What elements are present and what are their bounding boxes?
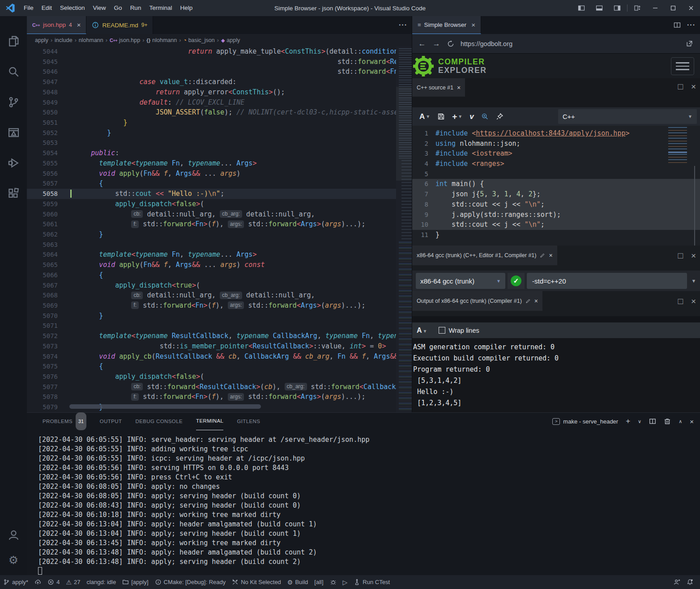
code-line[interactable]: 5073 std::is_member_pointer<ResultCallba… xyxy=(27,341,412,352)
edit-title-icon[interactable] xyxy=(540,253,545,258)
zoom-icon[interactable] xyxy=(481,113,489,120)
back-icon[interactable]: ← xyxy=(415,39,429,48)
activity-settings-gear-icon[interactable]: ⚙ xyxy=(0,547,27,572)
menu-go[interactable]: Go xyxy=(110,0,126,16)
ctest-button[interactable]: Run CTest xyxy=(350,575,393,589)
tab-compiler[interactable]: x86-64 gcc (trunk) (C++, Editor #1, Comp… xyxy=(412,246,557,265)
code-line[interactable]: 5070 } xyxy=(27,311,412,321)
hamburger-menu-icon[interactable] xyxy=(671,57,694,75)
code-line[interactable]: 3#include <iostream> xyxy=(412,148,700,159)
code-line[interactable]: 5063 xyxy=(27,240,412,250)
code-line[interactable]: 5064 template<typename Fn, typename... A… xyxy=(27,250,412,260)
close-tab-icon[interactable]: × xyxy=(549,252,552,259)
toggle-secondary-sidebar-icon[interactable] xyxy=(608,0,626,16)
code-editor[interactable]: 5044 return apply_make_tuple<ConstThis>(… xyxy=(27,47,412,412)
font-size-icon[interactable]: A▼ xyxy=(419,112,430,121)
compiler-explorer-logo[interactable]: COMPILER EXPLORER xyxy=(438,58,487,75)
toggle-sidebar-icon[interactable] xyxy=(572,0,590,16)
menu-run[interactable]: Run xyxy=(126,0,145,16)
code-line[interactable]: 5054 public: xyxy=(27,148,412,158)
toggle-panel-icon[interactable] xyxy=(590,0,608,16)
feedback-button[interactable] xyxy=(670,575,683,589)
build-target[interactable]: [all] xyxy=(311,575,326,589)
code-line[interactable]: 7 json j{5, 3, 1, 4, 2}; xyxy=(412,189,700,199)
activity-search-icon[interactable] xyxy=(0,56,27,87)
panel-tab-debug-console[interactable]: DEBUG CONSOLE xyxy=(135,412,183,430)
menu-selection[interactable]: Selection xyxy=(56,0,89,16)
maximize-pane-icon[interactable]: □ xyxy=(678,251,683,261)
code-line[interactable]: 8 std::cout << j << "\n"; xyxy=(412,199,700,210)
kit-selection[interactable]: No Kit Selected xyxy=(229,575,284,589)
wrap-lines-checkbox[interactable] xyxy=(439,327,445,334)
url-input[interactable]: https://godbolt.org xyxy=(461,40,682,47)
code-line[interactable]: 5076 apply_dispatch<false>( xyxy=(27,372,412,382)
code-line[interactable]: 5072 template<typename ResultCallback, t… xyxy=(27,331,412,341)
code-line[interactable]: 5062 } xyxy=(27,229,412,240)
terminal-selector[interactable]: > make - serve_header xyxy=(552,418,618,425)
code-line[interactable]: 5049 default: // LCOV_EXCL_LINE xyxy=(27,97,412,108)
debug-button[interactable] xyxy=(327,575,340,589)
scm-branch-status[interactable]: apply* xyxy=(0,575,31,589)
clangd-status[interactable]: clangd: idle xyxy=(83,575,119,589)
vim-icon[interactable]: v xyxy=(470,112,474,121)
tab-json-hpp[interactable]: C++json.hpp4× xyxy=(27,16,86,34)
launch-button[interactable]: ▷ xyxy=(340,575,351,589)
maximize-pane-icon[interactable]: □ xyxy=(678,82,683,92)
add-icon[interactable]: + xyxy=(626,417,630,426)
code-line[interactable]: 4#include <ranges> xyxy=(412,159,700,169)
code-line[interactable]: 5066 { xyxy=(27,270,412,280)
split-editor-icon[interactable] xyxy=(649,418,656,425)
language-select[interactable]: C++ ▼ xyxy=(558,109,697,124)
code-line[interactable]: 5057 { xyxy=(27,178,412,189)
activity-live-preview-icon[interactable] xyxy=(0,117,27,148)
activity-files-icon[interactable] xyxy=(0,26,27,56)
tab-readme-md[interactable]: README.md9+ xyxy=(86,16,153,34)
sync-button[interactable] xyxy=(31,575,44,589)
code-line[interactable]: 5074 void apply_cb(ResultCallback && cb,… xyxy=(27,352,412,362)
chevron-down-icon[interactable]: ∨ xyxy=(638,419,641,424)
tab-simple-browser[interactable]: ≡ Simple Browser × xyxy=(412,16,481,34)
maximize-pane-icon[interactable]: □ xyxy=(678,297,683,306)
more-actions-icon[interactable]: ··· xyxy=(687,21,696,29)
breadcrumb-item[interactable]: {}nlohmann xyxy=(146,37,177,43)
panel-tab-gitlens[interactable]: GITLENS xyxy=(237,412,260,430)
forward-icon[interactable]: → xyxy=(429,39,444,48)
code-line[interactable]: 5067 apply_dispatch<true>( xyxy=(27,280,412,291)
code-line[interactable]: 11} xyxy=(412,230,700,240)
breadcrumb-item[interactable]: apply xyxy=(35,37,48,43)
code-line[interactable]: 5058 std::cout << "Hello :-)\n"; xyxy=(27,189,412,199)
close-window-icon[interactable] xyxy=(682,0,700,16)
close-pane-icon[interactable]: × xyxy=(691,82,696,92)
warnings-count[interactable]: ⚠27 xyxy=(63,575,83,589)
minimize-icon[interactable] xyxy=(646,0,664,16)
breadcrumb-item[interactable]: nlohmann xyxy=(79,37,103,43)
chevron-up-icon[interactable]: ∧ xyxy=(679,419,682,424)
activity-source-control-icon[interactable] xyxy=(0,87,27,117)
code-line[interactable]: 5044 return apply_make_tuple<ConstThis>(… xyxy=(27,47,412,57)
cmake-status[interactable]: CMake: [Debug]: Ready xyxy=(152,575,229,589)
code-line[interactable]: 5060 cb: detail::null_arg, cb_arg: detai… xyxy=(27,209,412,220)
close-tab-icon[interactable]: × xyxy=(77,21,81,29)
code-line[interactable]: 5048 return apply_error<ConstThis>(); xyxy=(27,87,412,97)
breadcrumb-item[interactable]: ◔basic_json xyxy=(183,37,214,43)
godbolt-source-editor[interactable]: 1#include <https://localhost:8443/apply/… xyxy=(412,126,700,246)
menu-help[interactable]: Help xyxy=(176,0,196,16)
code-line[interactable]: 5052 } xyxy=(27,128,412,138)
more-actions-icon[interactable]: ··· xyxy=(399,21,407,29)
reload-icon[interactable] xyxy=(444,40,458,47)
close-tab-icon[interactable]: × xyxy=(534,297,538,305)
panel-tab-terminal[interactable]: TERMINAL xyxy=(196,412,223,430)
split-editor-icon[interactable] xyxy=(674,21,681,29)
code-line[interactable]: 5 xyxy=(412,169,700,179)
close-tab-icon[interactable]: × xyxy=(457,84,461,91)
close-tab-icon[interactable]: × xyxy=(471,21,475,29)
code-line[interactable]: 9 j.apply(std::ranges::sort); xyxy=(412,210,700,220)
code-line[interactable]: 2using nlohmann::json; xyxy=(412,139,700,149)
code-line[interactable]: 5077 cb: std::forward<ResultCallback>(cb… xyxy=(27,382,412,392)
errors-count[interactable]: 4 xyxy=(44,575,63,589)
panel-tab-output[interactable]: OUTPUT xyxy=(100,412,122,430)
activity-extensions-icon[interactable] xyxy=(0,178,27,208)
close-icon[interactable]: × xyxy=(690,418,694,425)
code-line[interactable]: 10 std::cout << j << "\n"; xyxy=(412,220,700,230)
menu-file[interactable]: File xyxy=(20,0,38,16)
